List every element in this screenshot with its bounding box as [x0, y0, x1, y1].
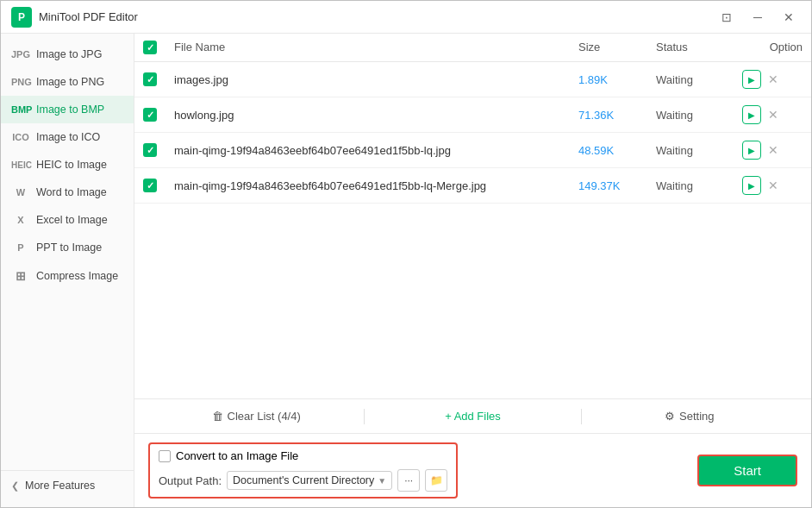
window-controls: ⊡ ─ ✕: [715, 7, 801, 28]
sidebar-item-bmp[interactable]: BMP Image to BMP: [1, 96, 134, 123]
app-title: MiniTool PDF Editor: [39, 10, 715, 23]
play-button-0[interactable]: ▶: [742, 70, 761, 89]
heic-icon: HEIC: [11, 160, 30, 170]
sidebar-item-ico[interactable]: ICO Image to ICO: [1, 123, 134, 151]
bottom-options: Convert to an Image File Output Path: Do…: [134, 434, 811, 507]
convert-checkbox[interactable]: [159, 450, 171, 462]
sidebar-label-jpg: Image to JPG: [36, 48, 102, 60]
main-content: JPG Image to JPG PNG Image to PNG BMP Im…: [1, 34, 811, 507]
row-status-1: Waiting: [656, 109, 742, 122]
sidebar: JPG Image to JPG PNG Image to PNG BMP Im…: [1, 34, 134, 507]
row-size-3: 149.37K: [578, 179, 656, 192]
png-icon: PNG: [11, 77, 30, 87]
clear-icon: 🗑: [212, 410, 223, 423]
ellipsis-icon: ···: [404, 474, 413, 486]
sidebar-label-bmp: Image to BMP: [36, 103, 104, 116]
ellipsis-button[interactable]: ···: [397, 469, 420, 492]
row-checkbox-0[interactable]: [143, 72, 174, 86]
row-size-1: 71.36K: [578, 109, 656, 122]
output-path-value: Document's Current Directory: [233, 474, 374, 486]
start-button[interactable]: Start: [697, 455, 797, 486]
play-button-2[interactable]: ▶: [742, 141, 761, 160]
sidebar-label-png: Image to PNG: [36, 76, 104, 88]
remove-button-3[interactable]: ✕: [768, 179, 778, 191]
table-row: main-qimg-19f94a8463eebf64b07ee6491ed1f5…: [134, 168, 811, 204]
word-icon: W: [11, 187, 30, 198]
row-size-0: 1.89K: [578, 73, 656, 86]
play-button-3[interactable]: ▶: [742, 176, 761, 195]
sidebar-item-word[interactable]: W Word to Image: [1, 179, 134, 206]
folder-icon: 📁: [430, 474, 443, 486]
setting-label: Setting: [679, 410, 714, 423]
minimize-button[interactable]: ─: [746, 7, 770, 28]
row-option-3: ▶ ✕: [742, 176, 803, 195]
add-files-button[interactable]: + Add Files: [365, 406, 580, 426]
col-filename: File Name: [174, 41, 578, 54]
bmp-icon: BMP: [11, 104, 30, 115]
row-checkbox-3[interactable]: [143, 179, 174, 192]
sidebar-label-ppt: PPT to Image: [36, 241, 102, 254]
right-panel: File Name Size Status Option images.jpg …: [134, 34, 811, 507]
convert-label: Convert to an Image File: [176, 449, 298, 462]
row-status-3: Waiting: [656, 179, 742, 192]
more-features-label: More Features: [25, 480, 95, 492]
chevron-left-icon: ❮: [11, 480, 19, 492]
remove-button-1[interactable]: ✕: [768, 109, 778, 121]
sidebar-label-ico: Image to ICO: [36, 131, 100, 143]
sidebar-item-jpg[interactable]: JPG Image to JPG: [1, 41, 134, 68]
setting-button[interactable]: ⚙ Setting: [582, 406, 797, 426]
sidebar-label-heic: HEIC to Image: [36, 159, 107, 171]
row-option-0: ▶ ✕: [742, 70, 803, 89]
convert-section: Convert to an Image File Output Path: Do…: [148, 442, 458, 499]
row-checkbox-1[interactable]: [143, 108, 174, 122]
sidebar-item-heic[interactable]: HEIC HEIC to Image: [1, 151, 134, 179]
sidebar-item-compress[interactable]: ⊞ Compress Image: [1, 261, 134, 291]
header-checkbox[interactable]: [143, 41, 174, 54]
sidebar-label-excel: Excel to Image: [36, 214, 108, 226]
row-status-2: Waiting: [656, 144, 742, 157]
row-size-2: 48.59K: [578, 144, 656, 157]
main-window: P MiniTool PDF Editor ⊡ ─ ✕ JPG Image to…: [0, 0, 812, 508]
table-row: howlong.jpg 71.36K Waiting ▶ ✕: [134, 97, 811, 133]
col-option: Option: [742, 41, 803, 54]
folder-button[interactable]: 📁: [425, 469, 447, 492]
sidebar-item-excel[interactable]: X Excel to Image: [1, 206, 134, 234]
table-row: images.jpg 1.89K Waiting ▶ ✕: [134, 62, 811, 97]
sidebar-bottom: ❮ More Features: [1, 470, 134, 500]
sidebar-label-word: Word to Image: [36, 186, 107, 198]
more-features-button[interactable]: ❮ More Features: [1, 471, 134, 500]
row-option-2: ▶ ✕: [742, 141, 803, 160]
remove-button-2[interactable]: ✕: [768, 144, 778, 156]
sidebar-item-ppt[interactable]: P PPT to Image: [1, 234, 134, 261]
sidebar-item-png[interactable]: PNG Image to PNG: [1, 68, 134, 96]
col-size: Size: [578, 41, 656, 54]
output-path-row: Output Path: Document's Current Director…: [159, 469, 447, 492]
row-filename-3: main-qimg-19f94a8463eebf64b07ee6491ed1f5…: [174, 179, 578, 192]
output-path-label: Output Path:: [159, 474, 222, 487]
restore-button[interactable]: ⊡: [715, 7, 739, 28]
sidebar-label-compress: Compress Image: [36, 270, 118, 282]
clear-label: Clear List (4/4): [228, 410, 301, 423]
row-status-0: Waiting: [656, 73, 742, 86]
row-checkbox-2[interactable]: [143, 143, 174, 157]
clear-list-button[interactable]: 🗑 Clear List (4/4): [148, 406, 364, 426]
jpg-icon: JPG: [11, 49, 30, 60]
ico-icon: ICO: [11, 132, 30, 142]
remove-button-0[interactable]: ✕: [768, 73, 778, 85]
output-path-select[interactable]: Document's Current Directory ▼: [227, 471, 392, 490]
chevron-down-icon: ▼: [378, 476, 386, 486]
compress-icon: ⊞: [11, 269, 30, 283]
table-row: main-qimg-19f94a8463eebf64b07ee6491ed1f5…: [134, 133, 811, 168]
title-bar: P MiniTool PDF Editor ⊡ ─ ✕: [1, 1, 811, 34]
col-status: Status: [656, 41, 742, 54]
convert-checkbox-row: Convert to an Image File: [159, 449, 447, 462]
app-logo: P: [11, 7, 32, 28]
play-button-1[interactable]: ▶: [742, 105, 761, 124]
row-filename-2: main-qimg-19f94a8463eebf64b07ee6491ed1f5…: [174, 144, 578, 157]
row-filename-1: howlong.jpg: [174, 109, 578, 122]
row-filename-0: images.jpg: [174, 73, 578, 86]
close-button[interactable]: ✕: [777, 7, 801, 28]
select-all-checkbox[interactable]: [143, 41, 157, 54]
bottom-toolbar: 🗑 Clear List (4/4) + Add Files ⚙ Setting: [134, 399, 811, 434]
setting-icon: ⚙: [665, 410, 675, 423]
